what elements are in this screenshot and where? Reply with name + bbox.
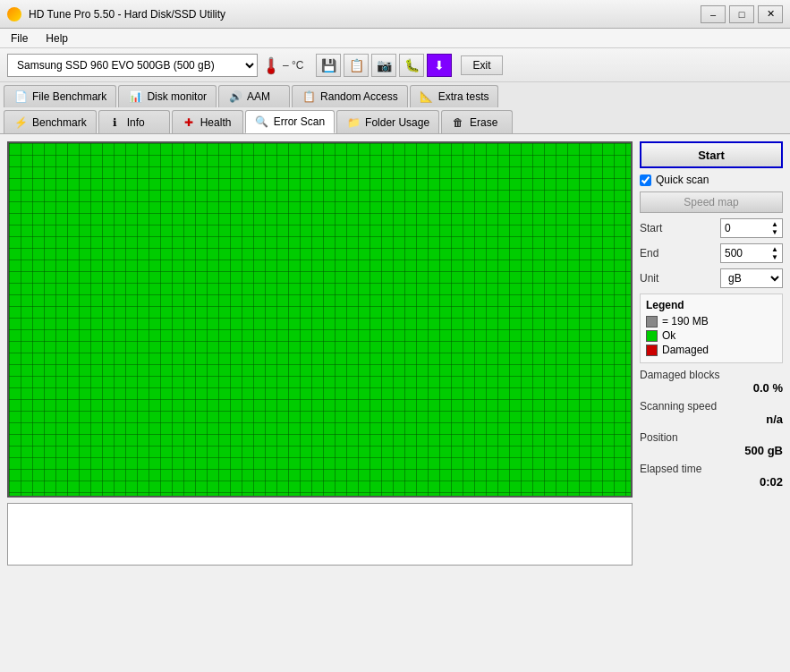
tab-erase[interactable]: 🗑 Erase [441,110,513,133]
menu-help[interactable]: Help [42,30,72,47]
extra-tests-icon: 📐 [420,89,434,104]
end-up-arrow[interactable]: ▲ [771,245,778,253]
elapsed-time-label: Elapsed time [640,463,783,475]
legend-ok-item: Ok [646,329,777,342]
end-down-arrow[interactable]: ▼ [771,253,778,261]
quick-scan-row: Quick scan [640,174,783,186]
position-stat: Position 500 gB [640,431,783,457]
tab-extra-tests[interactable]: 📐 Extra tests [410,85,499,107]
legend-block-color [646,316,658,327]
speed-map-button[interactable]: Speed map [640,191,783,213]
tab-aam[interactable]: 🔊 AAM [218,85,290,107]
tab-extra-tests-label: Extra tests [438,90,489,103]
start-label: Start [640,222,675,234]
tab-info-label: Info [127,116,145,129]
damaged-blocks-stat: Damaged blocks 0.0 % [640,369,783,395]
damaged-blocks-value: 0.0 % [640,381,783,395]
folder-usage-icon: 📁 [346,115,361,130]
info-icon: ℹ [108,115,123,130]
tab-folder-usage[interactable]: 📁 Folder Usage [336,110,439,133]
elapsed-time-stat: Elapsed time 0:02 [640,463,783,489]
start-arrows[interactable]: ▲ ▼ [771,220,778,236]
scanning-speed-value: n/a [640,413,783,426]
menu-bar: File Help [0,29,790,48]
legend-damaged-item: Damaged [646,344,777,356]
camera-icon-btn[interactable]: 📷 [371,54,396,77]
tab-aam-label: AAM [247,90,270,103]
legend-ok-color [646,330,658,342]
aam-icon: 🔊 [228,89,242,104]
position-value: 500 gB [640,444,783,457]
tab-file-benchmark-label: File Benchmark [32,90,106,103]
download-icon-btn[interactable]: ⬇ [427,54,452,77]
legend-section: Legend = 190 MB Ok Damaged [640,293,783,363]
tab-folder-usage-label: Folder Usage [365,116,429,129]
legend-ok-label: Ok [662,329,675,342]
copy-icon-btn[interactable]: 📋 [344,54,369,77]
end-arrows[interactable]: ▲ ▼ [771,245,778,261]
start-button[interactable]: Start [640,141,783,168]
disk-selector[interactable]: Samsung SSD 960 EVO 500GB (500 gB) [7,54,258,77]
end-param-row: End ▲ ▼ [640,243,783,263]
tab-error-scan[interactable]: 🔍 Error Scan [245,110,335,133]
end-input[interactable] [725,247,769,259]
legend-block-size: = 190 MB [662,315,709,327]
start-down-arrow[interactable]: ▼ [771,228,778,236]
exit-button[interactable]: Exit [461,55,502,75]
scan-grid [7,141,633,498]
tab-benchmark-label: Benchmark [32,116,87,129]
tab-random-access-label: Random Access [320,90,398,103]
start-param-row: Start ▲ ▼ [640,218,783,238]
toolbar-icon-group: 💾 📋 📷 🐛 ⬇ [316,54,452,77]
tab-file-benchmark[interactable]: 📄 File Benchmark [4,85,116,107]
end-label: End [640,247,675,259]
tab-bar: 📄 File Benchmark 📊 Disk monitor 🔊 AAM 📋 … [0,82,790,134]
svg-rect-2 [270,59,273,69]
menu-file[interactable]: File [7,30,31,47]
tab-error-scan-label: Error Scan [274,115,325,128]
tab-random-access[interactable]: 📋 Random Access [292,85,408,107]
elapsed-time-value: 0:02 [640,475,783,489]
start-up-arrow[interactable]: ▲ [771,220,778,228]
tab-disk-monitor[interactable]: 📊 Disk monitor [118,85,217,107]
tab-health-label: Health [200,116,232,129]
benchmark-icon: ⚡ [13,115,28,130]
tab-erase-label: Erase [470,116,497,129]
disk-monitor-icon: 📊 [128,89,142,104]
random-access-icon: 📋 [302,89,316,104]
tab-info[interactable]: ℹ Info [98,110,170,133]
save-icon: 💾 [321,58,336,72]
temp-value: – °C [283,59,303,72]
quick-scan-label[interactable]: Quick scan [656,174,709,186]
tab-row-1: 📄 File Benchmark 📊 Disk monitor 🔊 AAM 📋 … [0,82,790,107]
window-title: HD Tune Pro 5.50 - Hard Disk/SSD Utility [29,8,225,21]
minimize-button[interactable]: – [701,5,726,23]
start-input[interactable] [725,222,769,234]
title-controls: – □ ✕ [701,5,783,23]
title-bar-left: HD Tune Pro 5.50 - Hard Disk/SSD Utility [7,7,225,21]
save-icon-btn[interactable]: 💾 [316,54,341,77]
download-icon: ⬇ [434,58,445,72]
maximize-button[interactable]: □ [729,5,754,23]
close-button[interactable]: ✕ [758,5,783,23]
tab-benchmark[interactable]: ⚡ Benchmark [4,110,97,133]
legend-damaged-color [646,345,658,356]
tab-health[interactable]: ✚ Health [172,110,243,133]
start-spinbox[interactable]: ▲ ▼ [720,218,783,238]
legend-damaged-label: Damaged [662,344,709,356]
log-area [7,503,633,566]
bug-icon-btn[interactable]: 🐛 [399,54,424,77]
quick-scan-checkbox[interactable] [640,174,651,186]
legend-block-item: = 190 MB [646,315,777,327]
scan-area [7,141,633,566]
end-spinbox[interactable]: ▲ ▼ [720,243,783,263]
scan-grid-inner [9,143,631,496]
app-icon [7,7,21,21]
right-panel: Start Quick scan Speed map Start ▲ ▼ End [640,141,783,566]
error-scan-icon: 🔍 [255,115,269,129]
unit-param-row: Unit gB MB KB % [640,268,783,288]
toolbar: Samsung SSD 960 EVO 500GB (500 gB) – °C … [0,48,790,82]
unit-label: Unit [640,272,675,285]
unit-dropdown[interactable]: gB MB KB % [720,268,783,288]
tab-row-2: ⚡ Benchmark ℹ Info ✚ Health 🔍 Error Scan… [0,107,790,133]
